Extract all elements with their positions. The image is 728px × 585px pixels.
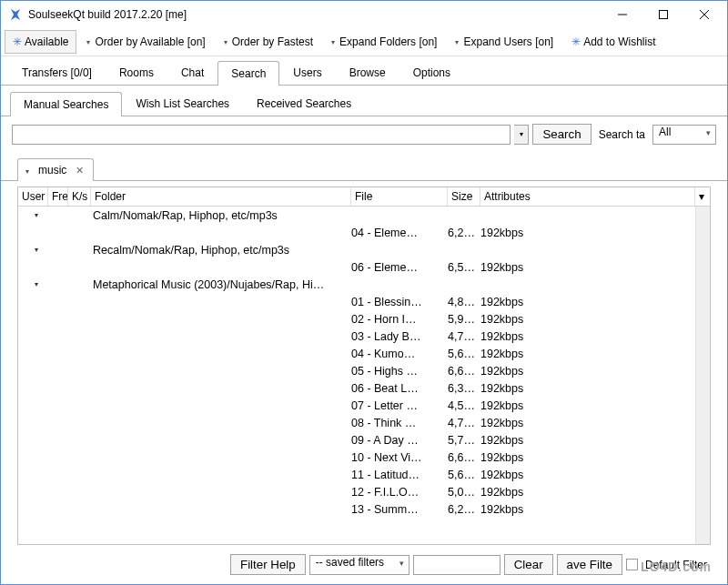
- table-row[interactable]: 09 - A Day …5,7…192kbps: [18, 431, 695, 449]
- footer-row: Filter Help -- saved filters Clear ave F…: [1, 549, 727, 584]
- maximize-button[interactable]: [645, 2, 686, 27]
- expand-users-button[interactable]: Expand Users [on]: [447, 30, 561, 54]
- wishlist-icon: ✳: [571, 35, 581, 48]
- tab-users[interactable]: Users: [279, 60, 335, 85]
- result-tab-music[interactable]: music ✕: [17, 158, 94, 181]
- add-to-wishlist-button[interactable]: ✳ Add to Wishlist: [563, 30, 663, 54]
- cell-size: 5,7…: [448, 434, 480, 447]
- status-available-label: Available: [25, 35, 68, 48]
- status-dot-icon: ✳: [13, 35, 22, 48]
- cell-file: 12 - F.I.L.O…: [351, 486, 448, 499]
- cell-file: 13 - Summ…: [351, 503, 448, 516]
- search-target-select[interactable]: All: [652, 125, 716, 145]
- table-row[interactable]: 02 - Horn I…5,9…192kbps: [18, 310, 695, 328]
- minimize-button[interactable]: [604, 2, 645, 27]
- expand-folders-button[interactable]: Expand Folders [on]: [323, 30, 445, 54]
- table-row[interactable]: 11 - Latitud…5,6…192kbps: [18, 466, 695, 483]
- search-row: ▾ Search Search ta All: [1, 116, 727, 152]
- close-icon[interactable]: ✕: [74, 165, 86, 177]
- column-size[interactable]: Size: [448, 187, 480, 206]
- table-row[interactable]: 13 - Summ…6,2…192kbps: [18, 500, 695, 518]
- cell-folder: Recalm/Nomak/Rap, Hiphop, etc/mp3s: [91, 244, 351, 257]
- table-row[interactable]: 01 - Blessin…4,8…192kbps: [18, 293, 695, 310]
- cell-size: 4,8…: [448, 296, 480, 308]
- tab-chat[interactable]: Chat: [167, 60, 217, 85]
- order-by-fastest-button[interactable]: Order by Fastest: [216, 30, 321, 54]
- vertical-scrollbar[interactable]: [695, 207, 710, 544]
- cell-file: 01 - Blessin…: [351, 296, 448, 308]
- status-available-button[interactable]: ✳ Available: [5, 30, 76, 54]
- tab-options[interactable]: Options: [399, 60, 464, 85]
- result-tab-menu-icon[interactable]: [25, 164, 31, 177]
- column-end[interactable]: ▾: [695, 187, 710, 206]
- grid-header: User Fre K/s Folder File Size Attributes…: [18, 187, 710, 207]
- filter-help-button[interactable]: Filter Help: [230, 554, 306, 575]
- cell-file: 10 - Next Vi…: [351, 451, 448, 464]
- cell-attributes: 192kbps: [480, 365, 695, 378]
- cell-file: 07 - Letter …: [351, 399, 448, 412]
- column-user[interactable]: User: [18, 187, 48, 206]
- table-row[interactable]: 12 - F.I.L.O…5,0…192kbps: [18, 483, 695, 500]
- table-row[interactable]: 04 - Kumo…5,6…192kbps: [18, 345, 695, 362]
- table-row[interactable]: 03 - Lady B…4,7…192kbps: [18, 328, 695, 345]
- clear-filter-button[interactable]: Clear: [504, 554, 553, 575]
- save-filter-button[interactable]: ave Filte: [557, 554, 622, 575]
- tab-search[interactable]: Search: [217, 61, 279, 86]
- subtab-received-searches[interactable]: Received Searches: [243, 91, 365, 116]
- chevron-down-icon[interactable]: ▾: [35, 280, 38, 288]
- cell-attributes: 192kbps: [480, 486, 695, 499]
- main-tabs: Transfers [0/0]RoomsChatSearchUsersBrows…: [1, 56, 727, 86]
- window-title: SoulseekQt build 2017.2.20 [me]: [28, 8, 604, 21]
- tab-rooms[interactable]: Rooms: [106, 60, 167, 85]
- cell-file: 09 - A Day …: [351, 434, 448, 447]
- cell-size: 6,6…: [448, 451, 480, 464]
- grid-rows: ▾Calm/Nomak/Rap, Hiphop, etc/mp3s04 - El…: [18, 207, 695, 544]
- results-grid: User Fre K/s Folder File Size Attributes…: [17, 187, 711, 545]
- cell-folder: Calm/Nomak/Rap, Hiphop, etc/mp3s: [91, 209, 351, 222]
- cell-attributes: 192kbps: [480, 296, 695, 308]
- table-row[interactable]: 08 - Think …4,7…192kbps: [18, 414, 695, 431]
- search-button[interactable]: Search: [532, 124, 591, 145]
- cell-attributes: 192kbps: [480, 382, 695, 395]
- search-history-dropdown[interactable]: ▾: [514, 125, 529, 145]
- cell-attributes: 192kbps: [480, 399, 695, 412]
- cell-size: 5,0…: [448, 486, 480, 499]
- cell-file: 04 - Kumo…: [351, 348, 448, 360]
- column-ks[interactable]: K/s: [68, 187, 91, 206]
- cell-attributes: 192kbps: [480, 469, 695, 481]
- search-input[interactable]: [12, 125, 511, 145]
- cell-file: 11 - Latitud…: [351, 469, 448, 481]
- cell-file: 03 - Lady B…: [351, 330, 448, 343]
- tab-browse[interactable]: Browse: [336, 60, 399, 85]
- subtab-wish-list-searches[interactable]: Wish List Searches: [122, 91, 243, 116]
- table-row[interactable]: 06 - Beat L…6,3…192kbps: [18, 379, 695, 397]
- table-row[interactable]: 10 - Next Vi…6,6…192kbps: [18, 449, 695, 466]
- table-row[interactable]: ▾Recalm/Nomak/Rap, Hiphop, etc/mp3s: [18, 241, 695, 258]
- cell-attributes: 192kbps: [480, 227, 695, 239]
- table-row[interactable]: 06 - Eleme…6,5…192kbps: [18, 258, 695, 276]
- saved-filters-select[interactable]: -- saved filters: [309, 555, 410, 575]
- table-row[interactable]: 04 - Eleme…6,2…192kbps: [18, 224, 695, 241]
- table-row[interactable]: ▾Calm/Nomak/Rap, Hiphop, etc/mp3s: [18, 207, 695, 224]
- column-folder[interactable]: Folder: [91, 187, 351, 206]
- table-row[interactable]: ▾Metaphorical Music (2003)/Nujabes/Rap, …: [18, 276, 695, 293]
- column-free[interactable]: Fre: [48, 187, 68, 206]
- cell-size: 4,5…: [448, 399, 480, 412]
- table-row[interactable]: 05 - Highs …6,6…192kbps: [18, 362, 695, 379]
- chevron-down-icon[interactable]: ▾: [35, 246, 38, 254]
- subtab-manual-searches[interactable]: Manual Searches: [10, 92, 122, 116]
- chevron-down-icon[interactable]: ▾: [35, 211, 38, 219]
- cell-file: 06 - Eleme…: [351, 261, 448, 274]
- filter-input[interactable]: [413, 555, 500, 575]
- cell-attributes: 192kbps: [480, 417, 695, 429]
- column-file[interactable]: File: [351, 187, 448, 206]
- close-button[interactable]: [686, 2, 727, 27]
- default-filter-checkbox[interactable]: [626, 559, 638, 570]
- cell-file: 06 - Beat L…: [351, 382, 448, 395]
- cell-attributes: 192kbps: [480, 330, 695, 343]
- cell-folder: Metaphorical Music (2003)/Nujabes/Rap, H…: [91, 278, 351, 291]
- table-row[interactable]: 07 - Letter …4,5…192kbps: [18, 397, 695, 414]
- tab-transfers-[interactable]: Transfers [0/0]: [8, 60, 106, 85]
- column-attributes[interactable]: Attributes: [480, 187, 695, 206]
- order-by-available-button[interactable]: Order by Available [on]: [78, 30, 213, 54]
